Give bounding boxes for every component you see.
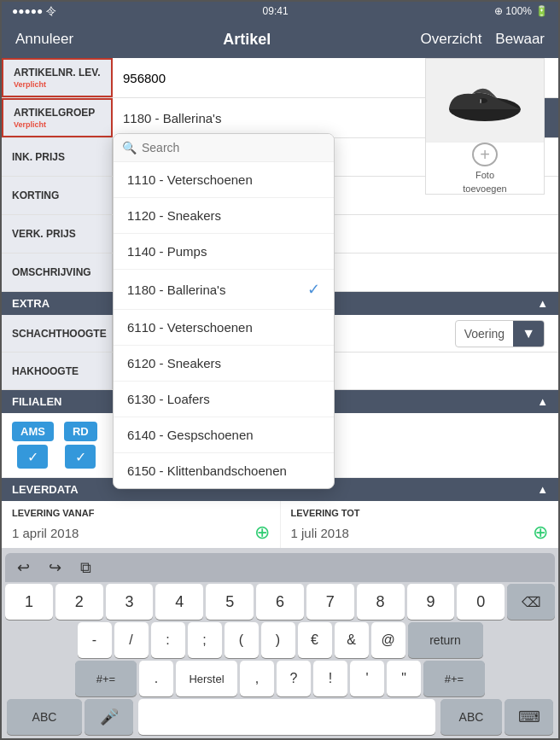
key-close-paren[interactable]: )	[261, 622, 295, 658]
key-colon[interactable]: :	[151, 622, 185, 658]
status-right: ⊕ 100% 🔋	[494, 5, 548, 17]
keyboard-toolbar: ↩ ↪ ⧉	[5, 553, 555, 582]
key-comma[interactable]: ,	[240, 661, 274, 696]
selected-checkmark-icon: ✓	[307, 280, 320, 299]
key-dash[interactable]: -	[78, 622, 112, 658]
product-image	[426, 59, 544, 143]
add-photo-button[interactable]: + Foto toevoegen	[426, 143, 544, 194]
key-1[interactable]: 1	[5, 584, 53, 620]
key-open-paren[interactable]: (	[225, 622, 259, 658]
dropdown-item-6120[interactable]: 6120 - Sneakers	[114, 346, 334, 382]
shoe-svg-image	[442, 71, 528, 131]
dropdown-item-1110[interactable]: 1110 - Veterschoenen	[114, 162, 334, 198]
signal-icon: ●●●●●	[12, 5, 43, 17]
leverdata-collapse-icon[interactable]: ▲	[537, 483, 548, 496]
cancel-button[interactable]: Annuleer	[15, 31, 73, 48]
dropdown-item-6150[interactable]: 6150 - Klittenbandschoenen	[114, 453, 334, 488]
korting-label: KORTING	[2, 177, 113, 214]
dropdown-item-1140[interactable]: 1140 - Pumps	[114, 234, 334, 270]
key-herstel[interactable]: Herstel	[176, 661, 237, 696]
key-6[interactable]: 6	[256, 584, 304, 620]
key-question[interactable]: ?	[277, 661, 311, 696]
extra-label: EXTRA	[12, 297, 50, 310]
artikelgroep-selected-value: 1180 - Ballerina's	[123, 111, 221, 125]
filialen-label: FILIALEN	[12, 395, 62, 408]
artikelnr-label: ARTIKELNR. LEV. Verplicht	[2, 58, 113, 97]
levering-tot-label: LEVERING TOT	[291, 508, 549, 518]
key-space[interactable]	[138, 699, 435, 735]
key-mic[interactable]: 🎤	[85, 699, 133, 735]
key-apostrophe[interactable]: '	[350, 661, 384, 696]
dropdown-item-6110[interactable]: 6110 - Veterschoenen	[114, 310, 334, 346]
save-button[interactable]: Bewaar	[495, 31, 545, 48]
key-quote[interactable]: "	[387, 661, 421, 696]
leverdata-label: LEVERDATA	[12, 483, 79, 496]
nav-bar: Annuleer Artikel Overzicht Bewaar	[2, 20, 558, 58]
levering-tot-value: 1 juli 2018 ⊕	[291, 521, 549, 544]
rd-check: ✓	[65, 445, 96, 469]
levering-tot-col: LEVERING TOT 1 juli 2018 ⊕	[281, 501, 559, 548]
page-title: Artikel	[223, 31, 271, 49]
photo-area: + Foto toevoegen	[425, 58, 545, 195]
key-abc[interactable]: ABC	[7, 699, 82, 735]
filialen-collapse-icon[interactable]: ▲	[537, 395, 548, 408]
leverdata-row: LEVERING VANAF 1 april 2018 ⊕ LEVERING T…	[2, 501, 558, 548]
redo-button[interactable]: ↪	[44, 556, 67, 579]
status-bar: ●●●●● 令 09:41 ⊕ 100% 🔋	[2, 2, 558, 20]
search-icon: 🔍	[122, 141, 137, 154]
key-3[interactable]: 3	[106, 584, 154, 620]
dropdown-item-1120[interactable]: 1120 - Sneakers	[114, 198, 334, 234]
keyboard-row-symbols: - / : ; ( ) € & @ return	[5, 622, 555, 658]
levering-tot-add-icon[interactable]: ⊕	[533, 521, 548, 544]
rd-tag: RD	[64, 422, 97, 441]
key-hash-equal2[interactable]: #+=	[423, 661, 485, 696]
dropdown-item-6140[interactable]: 6140 - Gespschoenen	[114, 417, 334, 453]
keyboard-rows: 1 2 3 4 5 6 7 8 9 0 ⌫ - / : ; ( ) €	[5, 584, 555, 735]
return-key[interactable]: return	[408, 622, 483, 658]
key-9[interactable]: 9	[407, 584, 455, 620]
key-4[interactable]: 4	[155, 584, 203, 620]
artikelgroep-dropdown-popup: 🔍 1110 - Veterschoenen 1120 - Sneakers 1…	[113, 133, 335, 489]
omschrijving-label: OMSCHRIJVING	[2, 253, 113, 291]
battery-icon: ⊕ 100%	[494, 5, 532, 17]
paste-button[interactable]: ⧉	[75, 557, 96, 579]
filiaal-rd[interactable]: RD ✓	[64, 422, 97, 469]
key-2[interactable]: 2	[55, 584, 103, 620]
overview-button[interactable]: Overzicht	[421, 31, 482, 48]
key-semicolon[interactable]: ;	[188, 622, 222, 658]
dropdown-item-6130[interactable]: 6130 - Loafers	[114, 382, 334, 417]
key-7[interactable]: 7	[306, 584, 354, 620]
dropdown-search-bar: 🔍	[114, 134, 334, 162]
key-period[interactable]: .	[139, 661, 173, 696]
extra-collapse-icon[interactable]: ▲	[537, 297, 548, 310]
levering-tot-date: 1 juli 2018	[291, 526, 349, 540]
status-time: 09:41	[263, 5, 289, 17]
key-hash-equal[interactable]: #+=	[75, 661, 137, 696]
key-5[interactable]: 5	[206, 584, 254, 620]
key-0[interactable]: 0	[457, 584, 505, 620]
voering-dropdown[interactable]: Voering ▼	[455, 320, 545, 347]
dropdown-item-1180[interactable]: 1180 - Ballerina's ✓	[114, 270, 334, 310]
dropdown-search-input[interactable]	[142, 141, 325, 154]
keyboard: ↩ ↪ ⧉ 1 2 3 4 5 6 7 8 9 0 ⌫ - /	[2, 548, 558, 738]
key-euro[interactable]: €	[298, 622, 332, 658]
levering-vanaf-add-icon[interactable]: ⊕	[254, 521, 270, 544]
key-ampersand[interactable]: &	[335, 622, 369, 658]
key-keyboard[interactable]: ⌨	[505, 699, 553, 735]
key-abc2[interactable]: ABC	[440, 699, 502, 735]
key-slash[interactable]: /	[114, 622, 149, 658]
svg-rect-2	[480, 99, 481, 103]
backspace-key[interactable]: ⌫	[507, 584, 555, 620]
keyboard-row-bottom: ABC 🎤 ABC ⌨	[5, 699, 555, 735]
key-8[interactable]: 8	[357, 584, 405, 620]
ams-check: ✓	[17, 445, 48, 469]
ams-tag: AMS	[12, 422, 54, 441]
artikelnr-input[interactable]	[123, 71, 294, 85]
filiaal-ams[interactable]: AMS ✓	[12, 422, 54, 469]
undo-button[interactable]: ↩	[12, 556, 35, 579]
hakhoogte-label: HAKHOOGTE	[2, 353, 113, 389]
photo-add-label: Foto	[475, 170, 494, 180]
key-exclaim[interactable]: !	[313, 661, 347, 696]
key-at[interactable]: @	[371, 622, 405, 658]
inkprijs-label: INK. PRIJS	[2, 138, 113, 176]
